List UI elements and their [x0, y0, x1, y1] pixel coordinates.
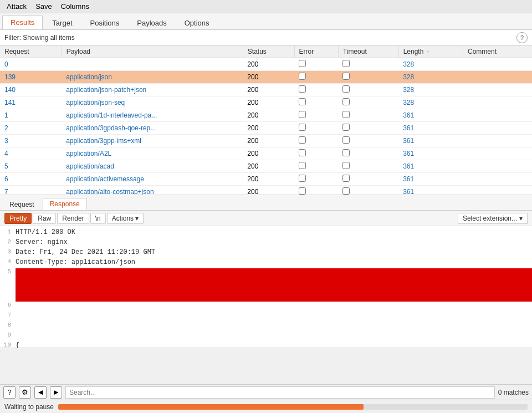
select-extension-label: Select extension...	[463, 215, 517, 222]
tab-target[interactable]: Target	[44, 16, 80, 29]
menu-bar: Attack Save Columns	[0, 0, 532, 13]
progress-bar	[58, 404, 528, 410]
actions-button[interactable]: Actions ▾	[107, 213, 144, 224]
tab-results[interactable]: Results	[2, 16, 43, 29]
table-row[interactable]: 2application/3gpdash-qoe-rep...200361	[0, 122, 532, 135]
filter-bar: Filter: Showing all items ?	[0, 30, 532, 45]
help-icon-button[interactable]: ?	[3, 386, 16, 399]
help-button[interactable]: ?	[516, 32, 528, 43]
response-content[interactable]: 1 HTTP/1.1 200 OK 2 Server: nginx 3 Date…	[0, 226, 532, 348]
menu-columns[interactable]: Columns	[57, 1, 94, 12]
bottom-status-bar: Waiting to pause	[0, 400, 532, 413]
code-line-9: 9	[0, 332, 532, 341]
select-extension-button[interactable]: Select extension... ▾	[458, 213, 528, 224]
code-line-7: 7	[0, 312, 532, 322]
search-input[interactable]	[65, 386, 495, 399]
menu-save[interactable]: Save	[31, 1, 57, 12]
filter-text: Filter: Showing all items	[4, 34, 75, 42]
table-row[interactable]: 140application/json-patch+json200328	[0, 84, 532, 96]
menu-attack[interactable]: Attack	[2, 1, 31, 12]
view-buttons: Pretty Raw Render \n Actions ▾	[4, 213, 144, 224]
tab-options[interactable]: Options	[176, 16, 218, 29]
col-request: Request	[0, 45, 62, 58]
table-row[interactable]: 7application/alto-costmap+json200361	[0, 186, 532, 196]
view-raw[interactable]: Raw	[33, 213, 56, 224]
response-toolbar: Pretty Raw Render \n Actions ▾ Select ex…	[0, 211, 532, 226]
settings-icon-button[interactable]: ⚙	[19, 386, 31, 399]
view-render[interactable]: Render	[57, 213, 89, 224]
table-row[interactable]: 6application/activemessage200361	[0, 173, 532, 186]
code-line-1: 1 HTTP/1.1 200 OK	[0, 228, 532, 238]
matches-text: 0 matches	[498, 389, 529, 396]
tab-positions[interactable]: Positions	[82, 16, 128, 29]
col-error: Error	[294, 45, 338, 58]
code-line-6: 6	[0, 302, 532, 312]
col-comment: Comment	[463, 45, 532, 58]
progress-bar-fill	[58, 404, 364, 410]
view-newline[interactable]: \n	[90, 213, 106, 224]
status-bar: ? ⚙ ◀ ▶ 0 matches	[0, 384, 532, 400]
col-payload: Payload	[62, 45, 243, 58]
code-line-10: 10 {	[0, 341, 532, 348]
code-line-5: 5	[0, 268, 532, 302]
nav-back-button[interactable]: ◀	[34, 386, 47, 399]
code-line-2: 2 Server: nginx	[0, 238, 532, 248]
col-timeout: Timeout	[338, 45, 398, 58]
table-row[interactable]: 5application/acad200361	[0, 160, 532, 173]
view-pretty[interactable]: Pretty	[4, 213, 32, 224]
code-line-4: 4 Content-Type: application/json	[0, 258, 532, 268]
results-table[interactable]: Request Payload Status Error Timeout Len…	[0, 45, 532, 195]
tab-response[interactable]: Response	[43, 198, 87, 210]
tab-request[interactable]: Request	[2, 198, 42, 210]
status-label: Waiting to pause	[4, 403, 54, 411]
table-row[interactable]: 3application/3gpp-ims+xml200361	[0, 135, 532, 147]
table-row[interactable]: 0200328	[0, 58, 532, 71]
table-row[interactable]: 4application/A2L200361	[0, 147, 532, 160]
actions-label: Actions	[112, 215, 134, 222]
nav-forward-button[interactable]: ▶	[50, 386, 62, 399]
select-ext-chevron-icon: ▾	[519, 215, 523, 222]
code-line-8: 8	[0, 322, 532, 332]
tabs-row: Results Target Positions Payloads Option…	[0, 13, 532, 30]
col-status: Status	[243, 45, 294, 58]
col-length[interactable]: Length ↑	[398, 45, 463, 58]
toolbar-right: Select extension... ▾	[458, 213, 528, 224]
bottom-tabs-row: Request Response	[0, 195, 532, 211]
table-row[interactable]: 141application/json-seq200328	[0, 96, 532, 109]
actions-chevron-icon: ▾	[135, 215, 139, 222]
tab-payloads[interactable]: Payloads	[129, 16, 175, 29]
table-row[interactable]: 1application/1d-interleaved-pa...200361	[0, 109, 532, 122]
code-line-3: 3 Date: Fri, 24 Dec 2021 11:20:19 GMT	[0, 248, 532, 258]
table-row[interactable]: 139application/json200328	[0, 71, 532, 84]
